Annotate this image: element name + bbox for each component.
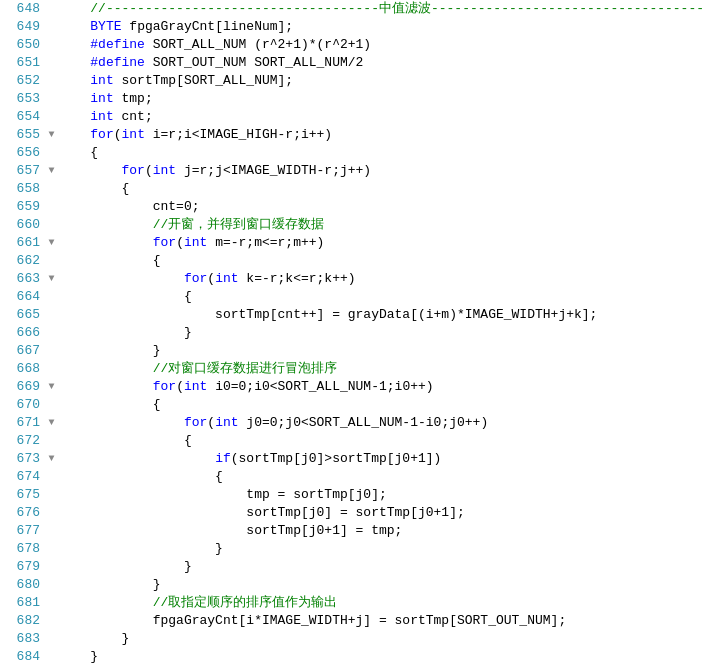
- line-number: 678: [4, 540, 40, 558]
- line-number: 672: [4, 432, 40, 450]
- collapse-indicator[interactable]: [48, 576, 55, 594]
- collapse-indicator[interactable]: [48, 18, 55, 36]
- line-number: 683: [4, 630, 40, 648]
- collapse-indicator[interactable]: [48, 360, 55, 378]
- collapse-indicator[interactable]: [48, 342, 55, 360]
- comment-zh-token: //对窗口缓存数据进行冒泡排序: [59, 361, 337, 376]
- line-number: 665: [4, 306, 40, 324]
- collapse-indicator[interactable]: [48, 108, 55, 126]
- code-editor: 6486496506516526536546556566576586596606…: [0, 0, 704, 669]
- collapse-indicator[interactable]: [48, 90, 55, 108]
- type-token: int: [215, 415, 238, 430]
- code-line: }: [59, 324, 704, 342]
- plain-token: [59, 271, 184, 286]
- line-number: 674: [4, 468, 40, 486]
- code-line: {: [59, 144, 704, 162]
- collapse-indicator[interactable]: [48, 396, 55, 414]
- collapse-indicator[interactable]: [48, 594, 55, 612]
- line-number: 663: [4, 270, 40, 288]
- plain-token: SORT_ALL_NUM (r^2+1)*(r^2+1): [145, 37, 371, 52]
- plain-token: sortTmp[cnt++] = grayData[(i+m)*IMAGE_WI…: [59, 307, 597, 322]
- collapse-indicator[interactable]: ▼: [48, 126, 55, 144]
- plain-token: j0=0;j0<SORT_ALL_NUM-1-i0;j0++): [239, 415, 489, 430]
- kw-token: for: [90, 127, 113, 142]
- collapse-indicator[interactable]: [48, 252, 55, 270]
- collapse-indicator[interactable]: [48, 180, 55, 198]
- collapse-indicator[interactable]: ▼: [48, 162, 55, 180]
- plain-token: [59, 415, 184, 430]
- line-number: 669: [4, 378, 40, 396]
- kw-token: for: [153, 235, 176, 250]
- collapse-indicator[interactable]: ▼: [48, 378, 55, 396]
- code-line: //对窗口缓存数据进行冒泡排序: [59, 360, 704, 378]
- plain-token: sortTmp[SORT_ALL_NUM];: [114, 73, 293, 88]
- code-line: sortTmp[j0] = sortTmp[j0+1];: [59, 504, 704, 522]
- code-content: //-----------------------------------中值滤…: [55, 0, 704, 669]
- collapse-indicator[interactable]: [48, 306, 55, 324]
- line-number: 651: [4, 54, 40, 72]
- code-line: {: [59, 432, 704, 450]
- plain-token: [59, 91, 90, 106]
- code-line: }: [59, 630, 704, 648]
- line-number: 658: [4, 180, 40, 198]
- code-line: for(int k=-r;k<=r;k++): [59, 270, 704, 288]
- collapse-indicator[interactable]: ▼: [48, 414, 55, 432]
- plain-token: i0=0;i0<SORT_ALL_NUM-1;i0++): [207, 379, 433, 394]
- collapse-indicator[interactable]: [48, 324, 55, 342]
- plain-token: m=-r;m<=r;m++): [207, 235, 324, 250]
- line-number-column: 6486496506516526536546556566576586596606…: [0, 0, 48, 669]
- collapse-indicator[interactable]: [48, 630, 55, 648]
- collapse-indicator[interactable]: [48, 72, 55, 90]
- collapse-indicator[interactable]: [48, 648, 55, 666]
- code-line: int cnt;: [59, 108, 704, 126]
- line-number: 682: [4, 612, 40, 630]
- plain-token: [59, 55, 90, 70]
- code-line: {: [59, 468, 704, 486]
- line-number: 675: [4, 486, 40, 504]
- code-line: sortTmp[j0+1] = tmp;: [59, 522, 704, 540]
- collapse-indicator[interactable]: [48, 486, 55, 504]
- collapse-indicator[interactable]: [48, 144, 55, 162]
- code-line: }: [59, 558, 704, 576]
- collapse-indicator[interactable]: ▼: [48, 234, 55, 252]
- plain-token: {: [59, 289, 192, 304]
- collapse-indicator[interactable]: [48, 522, 55, 540]
- code-line: }: [59, 342, 704, 360]
- type-token: int: [90, 109, 113, 124]
- collapse-indicator[interactable]: ▼: [48, 270, 55, 288]
- plain-token: [59, 37, 90, 52]
- plain-token: sortTmp[j0+1] = tmp;: [59, 523, 402, 538]
- plain-token: j=r;j<IMAGE_WIDTH-r;j++): [176, 163, 371, 178]
- line-number: 662: [4, 252, 40, 270]
- code-line: if(sortTmp[j0]>sortTmp[j0+1]): [59, 450, 704, 468]
- line-number: 667: [4, 342, 40, 360]
- line-number: 659: [4, 198, 40, 216]
- type-token: int: [184, 235, 207, 250]
- type-token: BYTE: [90, 19, 121, 34]
- collapse-indicator[interactable]: [48, 468, 55, 486]
- line-number: 681: [4, 594, 40, 612]
- collapse-indicator[interactable]: [48, 198, 55, 216]
- collapse-indicator[interactable]: [48, 612, 55, 630]
- code-line: for(int m=-r;m<=r;m++): [59, 234, 704, 252]
- collapse-indicator[interactable]: [48, 54, 55, 72]
- code-line: for(int i0=0;i0<SORT_ALL_NUM-1;i0++): [59, 378, 704, 396]
- collapse-indicator[interactable]: [48, 504, 55, 522]
- code-line: for(int j0=0;j0<SORT_ALL_NUM-1-i0;j0++): [59, 414, 704, 432]
- collapse-indicator[interactable]: [48, 540, 55, 558]
- collapse-indicator[interactable]: ▼: [48, 450, 55, 468]
- collapse-indicator[interactable]: [48, 558, 55, 576]
- collapse-indicator[interactable]: [48, 288, 55, 306]
- collapse-indicator[interactable]: [48, 432, 55, 450]
- plain-token: (: [207, 415, 215, 430]
- line-number: 673: [4, 450, 40, 468]
- collapse-indicator[interactable]: [48, 216, 55, 234]
- collapse-column[interactable]: ▼▼▼▼▼▼▼: [48, 0, 55, 669]
- plain-token: }: [59, 325, 192, 340]
- line-number: 655: [4, 126, 40, 144]
- macro-token: #define: [90, 37, 145, 52]
- line-number: 656: [4, 144, 40, 162]
- type-token: int: [215, 271, 238, 286]
- collapse-indicator[interactable]: [48, 0, 55, 18]
- collapse-indicator[interactable]: [48, 36, 55, 54]
